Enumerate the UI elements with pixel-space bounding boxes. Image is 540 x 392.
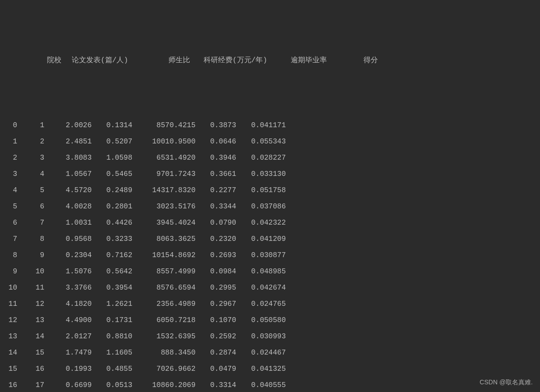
cell-score: 0.030877 — [236, 247, 286, 263]
cell-institution: 7 — [17, 215, 44, 231]
cell-papers: 3.8083 — [44, 150, 92, 166]
cell-funding: 8570.4215 — [132, 117, 196, 134]
table-row: 454.57200.248914317.83200.22770.051758 — [4, 182, 536, 198]
cell-ratio: 0.0513 — [92, 377, 132, 392]
cell-score: 0.050580 — [236, 312, 286, 328]
header-papers: 论文发表(篇/人) — [61, 52, 138, 69]
cell-funding: 8557.4999 — [132, 263, 196, 280]
cell-funding: 3023.5176 — [132, 198, 196, 215]
table-row: 012.00260.13148570.42150.38730.041171 — [4, 117, 536, 134]
cell-overdue: 0.2967 — [196, 296, 236, 312]
cell-funding: 9701.7243 — [132, 166, 196, 182]
cell-ratio: 1.2621 — [92, 296, 132, 312]
cell-ratio: 1.0598 — [92, 150, 132, 166]
header-ratio: 师生比 — [138, 52, 190, 69]
cell-overdue: 0.2592 — [196, 328, 236, 345]
cell-score: 0.033130 — [236, 166, 286, 182]
dataframe-output: 院校论文发表(篇/人)师生比科研经费(万元/年)逾期毕业率得分 012.0026… — [4, 4, 536, 392]
cell-papers: 1.0567 — [44, 166, 92, 182]
cell-overdue: 0.2320 — [196, 231, 236, 247]
table-row: 10113.37660.39548576.65940.29950.042674 — [4, 280, 536, 296]
cell-overdue: 0.0479 — [196, 361, 236, 377]
cell-papers: 2.0127 — [44, 328, 92, 345]
cell-papers: 2.0026 — [44, 117, 92, 134]
cell-institution: 12 — [17, 296, 44, 312]
cell-score: 0.041171 — [236, 117, 286, 134]
cell-ratio: 0.3233 — [92, 231, 132, 247]
cell-funding: 8063.3625 — [132, 231, 196, 247]
cell-papers: 0.1993 — [44, 361, 92, 377]
cell-ratio: 0.4855 — [92, 361, 132, 377]
cell-score: 0.055343 — [236, 134, 286, 150]
cell-papers: 0.2304 — [44, 247, 92, 263]
cell-overdue: 0.0646 — [196, 134, 236, 150]
cell-institution: 6 — [17, 198, 44, 215]
cell-papers: 1.0031 — [44, 215, 92, 231]
cell-funding: 10860.2069 — [132, 377, 196, 392]
cell-index: 1 — [4, 134, 17, 150]
cell-ratio: 0.1314 — [92, 117, 132, 134]
cell-score: 0.042674 — [236, 280, 286, 296]
cell-ratio: 0.2801 — [92, 198, 132, 215]
cell-index: 14 — [4, 345, 17, 361]
table-row: 233.80831.05986531.49200.39460.028227 — [4, 150, 536, 166]
cell-overdue: 0.3661 — [196, 166, 236, 182]
table-row: 341.05670.54659701.72430.36610.033130 — [4, 166, 536, 182]
cell-overdue: 0.3946 — [196, 150, 236, 166]
cell-papers: 0.9568 — [44, 231, 92, 247]
cell-score: 0.024765 — [236, 296, 286, 312]
cell-overdue: 0.3314 — [196, 377, 236, 392]
cell-overdue: 0.2874 — [196, 345, 236, 361]
cell-institution: 1 — [17, 117, 44, 134]
cell-ratio: 1.1605 — [92, 345, 132, 361]
cell-score: 0.028227 — [236, 150, 286, 166]
cell-funding: 14317.8320 — [132, 182, 196, 198]
cell-papers: 4.1820 — [44, 296, 92, 312]
cell-funding: 10154.8692 — [132, 247, 196, 263]
cell-papers: 0.6699 — [44, 377, 92, 392]
cell-index: 5 — [4, 198, 17, 215]
cell-overdue: 0.0790 — [196, 215, 236, 231]
table-row: 13142.01270.88101532.63950.25920.030993 — [4, 328, 536, 345]
table-row: 15160.19930.48557026.96620.04790.041325 — [4, 361, 536, 377]
cell-score: 0.048985 — [236, 263, 286, 280]
cell-index: 7 — [4, 231, 17, 247]
cell-overdue: 0.0984 — [196, 263, 236, 280]
cell-papers: 4.5720 — [44, 182, 92, 198]
table-row: 890.23040.716210154.86920.26930.030877 — [4, 247, 536, 263]
table-row: 11124.18201.26212356.49890.29670.024765 — [4, 296, 536, 312]
cell-institution: 13 — [17, 312, 44, 328]
cell-funding: 7026.9662 — [132, 361, 196, 377]
cell-funding: 10010.9500 — [132, 134, 196, 150]
cell-institution: 15 — [17, 345, 44, 361]
table-row: 122.48510.520710010.95000.06460.055343 — [4, 134, 536, 150]
cell-score: 0.037086 — [236, 198, 286, 215]
cell-papers: 4.4900 — [44, 312, 92, 328]
cell-papers: 2.4851 — [44, 134, 92, 150]
header-row: 院校论文发表(篇/人)师生比科研经费(万元/年)逾期毕业率得分 — [4, 36, 536, 85]
cell-overdue: 0.1070 — [196, 312, 236, 328]
cell-index: 3 — [4, 166, 17, 182]
cell-score: 0.042322 — [236, 215, 286, 231]
table-row: 780.95680.32338063.36250.23200.041209 — [4, 231, 536, 247]
cell-ratio: 0.4426 — [92, 215, 132, 231]
cell-overdue: 0.2693 — [196, 247, 236, 263]
cell-institution: 14 — [17, 328, 44, 345]
cell-ratio: 0.5642 — [92, 263, 132, 280]
table-row: 9101.50760.56428557.49990.09840.048985 — [4, 263, 536, 280]
cell-funding: 3945.4024 — [132, 215, 196, 231]
cell-index: 9 — [4, 263, 17, 280]
cell-institution: 10 — [17, 263, 44, 280]
cell-ratio: 0.8810 — [92, 328, 132, 345]
cell-institution: 17 — [17, 377, 44, 392]
cell-funding: 8576.6594 — [132, 280, 196, 296]
cell-index: 0 — [4, 117, 17, 134]
watermark: CSDN @取名真难. — [479, 378, 533, 387]
cell-index: 13 — [4, 328, 17, 345]
cell-ratio: 0.5207 — [92, 134, 132, 150]
header-funding: 科研经费(万元/年) — [190, 52, 280, 69]
cell-ratio: 0.1731 — [92, 312, 132, 328]
cell-index: 12 — [4, 312, 17, 328]
cell-institution: 16 — [17, 361, 44, 377]
cell-funding: 6531.4920 — [132, 150, 196, 166]
